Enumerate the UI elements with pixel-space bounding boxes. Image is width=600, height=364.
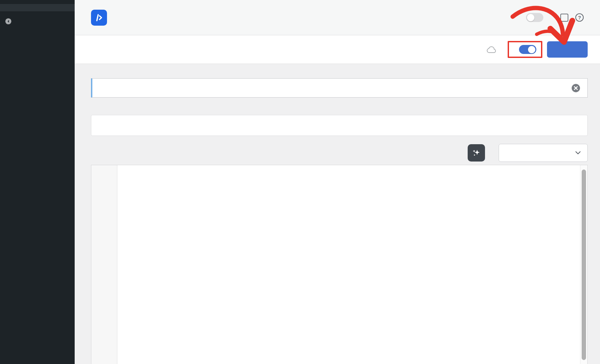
content-area bbox=[75, 64, 600, 364]
admin-menu bbox=[0, 0, 75, 4]
toggle-knob bbox=[528, 46, 535, 53]
code-type-controls bbox=[468, 144, 588, 162]
svg-text:?: ? bbox=[578, 15, 581, 20]
scrollbar-thumb[interactable] bbox=[582, 170, 586, 360]
topbar-right: ? bbox=[526, 13, 587, 22]
help-button[interactable]: ? bbox=[575, 13, 587, 22]
code-snippets-submenu bbox=[0, 4, 75, 11]
page-header bbox=[75, 35, 600, 64]
cloud-icon bbox=[486, 46, 496, 53]
collapse-arrow-icon bbox=[5, 18, 12, 26]
close-icon bbox=[574, 86, 578, 90]
annotation-box bbox=[508, 41, 542, 58]
save-to-library-button[interactable] bbox=[486, 46, 500, 53]
testing-mode-toggle[interactable] bbox=[526, 13, 543, 22]
notifications-icon[interactable] bbox=[560, 14, 568, 22]
editor-scrollbar bbox=[580, 165, 587, 364]
wpcode-topbar: ? bbox=[75, 0, 600, 35]
wpcode-brand bbox=[91, 10, 111, 26]
sparkles-icon bbox=[472, 148, 481, 158]
admin-sidebar bbox=[0, 0, 75, 364]
snippet-title-input[interactable] bbox=[91, 115, 588, 136]
active-toggle[interactable] bbox=[519, 45, 536, 54]
code-type-select[interactable] bbox=[499, 144, 588, 162]
library-notice bbox=[91, 78, 588, 98]
collapse-menu-button[interactable] bbox=[0, 15, 75, 29]
ai-generate-button[interactable] bbox=[468, 144, 485, 162]
update-button[interactable] bbox=[547, 41, 588, 58]
code-preview-header-row bbox=[91, 144, 588, 162]
wpcode-logo-icon bbox=[91, 10, 107, 26]
chevron-down-icon bbox=[575, 151, 581, 155]
main-area: ? bbox=[75, 0, 600, 364]
editor-code-area[interactable] bbox=[117, 165, 580, 364]
question-icon: ? bbox=[575, 13, 584, 22]
toggle-knob bbox=[527, 14, 534, 21]
code-editor bbox=[91, 165, 588, 364]
page-header-actions bbox=[486, 41, 588, 58]
editor-gutter bbox=[91, 165, 117, 364]
dismiss-notice-button[interactable] bbox=[572, 84, 580, 92]
